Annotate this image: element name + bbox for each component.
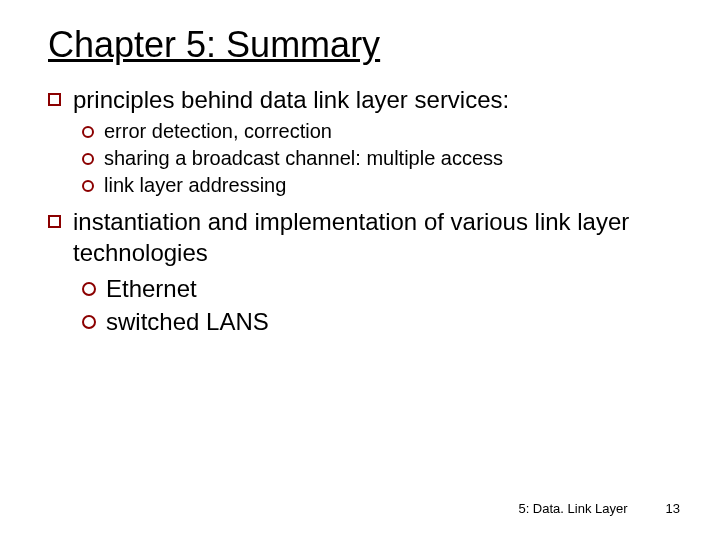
slide-footer: 5: Data. Link Layer 13: [518, 501, 680, 516]
bullet-text: sharing a broadcast channel: multiple ac…: [104, 146, 503, 171]
bullet-level1: instantiation and implementation of vari…: [48, 206, 680, 268]
slide-title: Chapter 5: Summary: [48, 24, 680, 66]
bullet-text: link layer addressing: [104, 173, 286, 198]
bullet-level2: error detection, correction: [82, 119, 680, 144]
bullet-level2: switched LANS: [82, 306, 680, 337]
bullet-text: switched LANS: [106, 306, 269, 337]
circle-bullet-icon: [82, 180, 94, 192]
footer-chapter: 5: Data. Link Layer: [518, 501, 627, 516]
bullet-text: principles behind data link layer servic…: [73, 84, 509, 115]
square-bullet-icon: [48, 215, 61, 228]
bullet-level2: sharing a broadcast channel: multiple ac…: [82, 146, 680, 171]
bullet-level1: principles behind data link layer servic…: [48, 84, 680, 115]
slide: Chapter 5: Summary principles behind dat…: [0, 0, 720, 540]
circle-bullet-icon: [82, 315, 96, 329]
bullet-level2: Ethernet: [82, 273, 680, 304]
bullet-text: error detection, correction: [104, 119, 332, 144]
circle-bullet-icon: [82, 126, 94, 138]
circle-bullet-icon: [82, 282, 96, 296]
bullet-text: instantiation and implementation of vari…: [73, 206, 680, 268]
circle-bullet-icon: [82, 153, 94, 165]
footer-page-number: 13: [666, 501, 680, 516]
bullet-text: Ethernet: [106, 273, 197, 304]
bullet-level2: link layer addressing: [82, 173, 680, 198]
square-bullet-icon: [48, 93, 61, 106]
